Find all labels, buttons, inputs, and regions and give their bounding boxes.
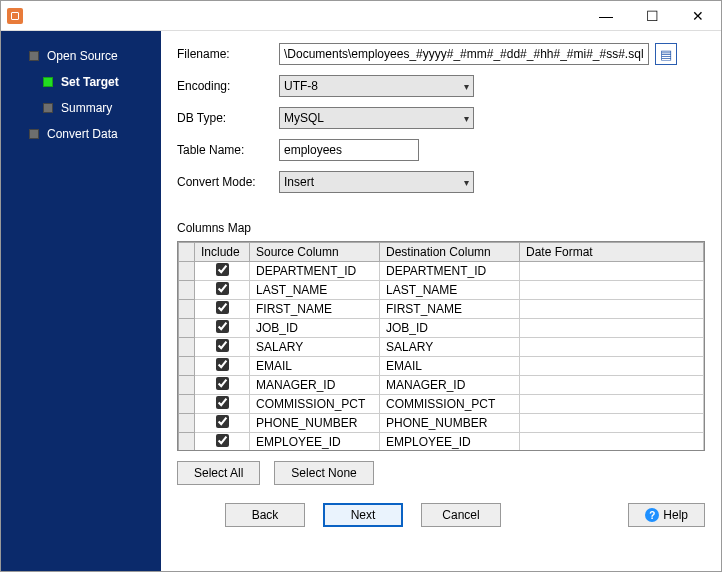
row-header-cell[interactable] [179,262,195,281]
help-label: Help [663,508,688,522]
sidebar-item-convert-data[interactable]: Convert Data [1,121,161,147]
include-cell[interactable] [195,395,250,414]
back-button[interactable]: Back [225,503,305,527]
document-icon: ▤ [660,47,672,62]
include-checkbox[interactable] [216,377,229,390]
include-cell[interactable] [195,376,250,395]
include-cell[interactable] [195,281,250,300]
tablename-input[interactable] [279,139,419,161]
chevron-down-icon: ▾ [464,177,469,188]
dateformat-cell[interactable] [520,281,704,300]
destination-cell[interactable]: JOB_ID [380,319,520,338]
table-row[interactable]: PHONE_NUMBERPHONE_NUMBER [179,414,704,433]
include-cell[interactable] [195,338,250,357]
source-cell[interactable]: EMPLOYEE_ID [250,433,380,452]
destination-cell[interactable]: MANAGER_ID [380,376,520,395]
row-header-cell[interactable] [179,319,195,338]
include-checkbox[interactable] [216,301,229,314]
include-cell[interactable] [195,300,250,319]
sidebar-item-set-target[interactable]: Set Target [1,69,161,95]
dateformat-cell[interactable] [520,395,704,414]
include-checkbox[interactable] [216,415,229,428]
include-checkbox[interactable] [216,434,229,447]
table-row[interactable]: MANAGER_IDMANAGER_ID [179,376,704,395]
source-cell[interactable]: SALARY [250,338,380,357]
destination-cell[interactable]: EMPLOYEE_ID [380,433,520,452]
destination-cell[interactable]: SALARY [380,338,520,357]
row-header-cell[interactable] [179,395,195,414]
maximize-button[interactable]: ☐ [629,1,675,31]
sidebar-item-summary[interactable]: Summary [1,95,161,121]
table-row[interactable]: DEPARTMENT_IDDEPARTMENT_ID [179,262,704,281]
table-row[interactable]: LAST_NAMELAST_NAME [179,281,704,300]
filename-input[interactable] [279,43,649,65]
table-row[interactable]: FIRST_NAMEFIRST_NAME [179,300,704,319]
select-all-button[interactable]: Select All [177,461,260,485]
row-header-cell[interactable] [179,357,195,376]
table-row[interactable]: EMAILEMAIL [179,357,704,376]
include-cell[interactable] [195,357,250,376]
row-header-cell[interactable] [179,281,195,300]
row-header-cell[interactable] [179,300,195,319]
dbtype-label: DB Type: [177,111,279,125]
row-header-cell[interactable] [179,433,195,452]
include-checkbox[interactable] [216,263,229,276]
table-row[interactable]: SALARYSALARY [179,338,704,357]
dateformat-cell[interactable] [520,262,704,281]
columns-map-grid[interactable]: Include Source Column Destination Column… [177,241,705,451]
col-destination-header[interactable]: Destination Column [380,243,520,262]
include-checkbox[interactable] [216,339,229,352]
dateformat-cell[interactable] [520,338,704,357]
convertmode-select[interactable]: Insert ▾ [279,171,474,193]
next-button[interactable]: Next [323,503,403,527]
close-button[interactable]: ✕ [675,1,721,31]
dbtype-select[interactable]: MySQL ▾ [279,107,474,129]
source-cell[interactable]: COMMISSION_PCT [250,395,380,414]
col-dateformat-header[interactable]: Date Format [520,243,704,262]
destination-cell[interactable]: FIRST_NAME [380,300,520,319]
row-header-cell[interactable] [179,338,195,357]
select-none-button[interactable]: Select None [274,461,373,485]
include-cell[interactable] [195,319,250,338]
destination-cell[interactable]: EMAIL [380,357,520,376]
encoding-value: UTF-8 [284,79,318,93]
include-cell[interactable] [195,414,250,433]
help-button[interactable]: ? Help [628,503,705,527]
source-cell[interactable]: MANAGER_ID [250,376,380,395]
source-cell[interactable]: DEPARTMENT_ID [250,262,380,281]
source-cell[interactable]: LAST_NAME [250,281,380,300]
include-checkbox[interactable] [216,358,229,371]
include-cell[interactable] [195,262,250,281]
browse-file-button[interactable]: ▤ [655,43,677,65]
destination-cell[interactable]: DEPARTMENT_ID [380,262,520,281]
row-header-cell[interactable] [179,376,195,395]
include-checkbox[interactable] [216,396,229,409]
dateformat-cell[interactable] [520,433,704,452]
dateformat-cell[interactable] [520,319,704,338]
sidebar-item-open-source[interactable]: Open Source [1,43,161,69]
minimize-button[interactable]: — [583,1,629,31]
destination-cell[interactable]: PHONE_NUMBER [380,414,520,433]
dateformat-cell[interactable] [520,357,704,376]
table-row[interactable]: JOB_IDJOB_ID [179,319,704,338]
source-cell[interactable]: PHONE_NUMBER [250,414,380,433]
destination-cell[interactable]: COMMISSION_PCT [380,395,520,414]
source-cell[interactable]: FIRST_NAME [250,300,380,319]
table-row[interactable]: EMPLOYEE_IDEMPLOYEE_ID [179,433,704,452]
dateformat-cell[interactable] [520,414,704,433]
include-cell[interactable] [195,433,250,452]
titlebar: — ☐ ✕ [1,1,721,31]
source-cell[interactable]: JOB_ID [250,319,380,338]
encoding-select[interactable]: UTF-8 ▾ [279,75,474,97]
col-include-header[interactable]: Include [195,243,250,262]
table-row[interactable]: COMMISSION_PCTCOMMISSION_PCT [179,395,704,414]
include-checkbox[interactable] [216,282,229,295]
destination-cell[interactable]: LAST_NAME [380,281,520,300]
include-checkbox[interactable] [216,320,229,333]
row-header-cell[interactable] [179,414,195,433]
dateformat-cell[interactable] [520,376,704,395]
cancel-button[interactable]: Cancel [421,503,501,527]
source-cell[interactable]: EMAIL [250,357,380,376]
dateformat-cell[interactable] [520,300,704,319]
col-source-header[interactable]: Source Column [250,243,380,262]
